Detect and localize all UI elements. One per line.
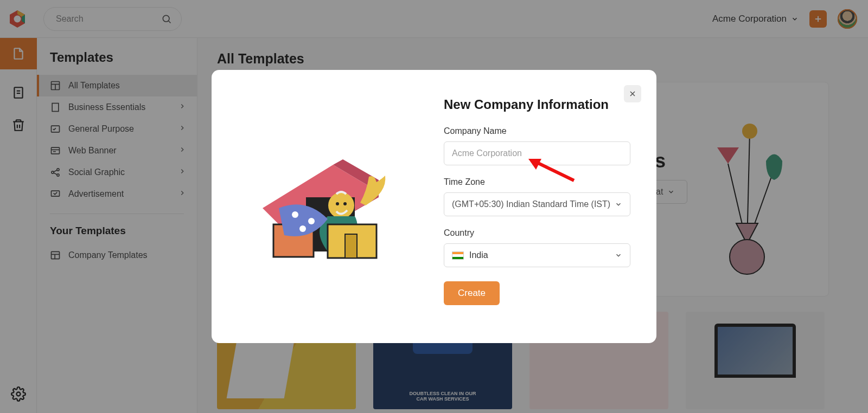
chevron-down-icon [615, 201, 622, 208]
flag-india-icon [452, 251, 464, 260]
svg-point-53 [308, 218, 315, 224]
svg-point-47 [336, 202, 339, 205]
company-name-label: Company Name [444, 126, 630, 136]
svg-line-55 [534, 161, 574, 180]
country-value: India [469, 250, 488, 260]
svg-point-54 [299, 225, 306, 232]
modal-overlay[interactable]: New Company Information Company Name Tim… [0, 0, 868, 413]
country-select[interactable]: India [444, 243, 630, 267]
close-icon [628, 89, 637, 98]
new-company-modal: New Company Information Company Name Tim… [212, 70, 656, 343]
chevron-down-icon [615, 251, 622, 259]
modal-illustration [235, 97, 431, 319]
modal-form: New Company Information Company Name Tim… [431, 97, 630, 319]
country-label: Country [444, 228, 630, 238]
svg-point-52 [292, 211, 298, 218]
timezone-value: (GMT+05:30) Indian Standard Time (IST) [452, 199, 610, 209]
create-button[interactable]: Create [444, 281, 500, 305]
modal-title: New Company Information [444, 97, 630, 112]
close-button[interactable] [624, 85, 641, 102]
svg-point-48 [343, 202, 347, 205]
timezone-select[interactable]: (GMT+05:30) Indian Standard Time (IST) [444, 192, 630, 216]
annotation-arrow [528, 159, 577, 184]
svg-rect-51 [345, 234, 357, 258]
